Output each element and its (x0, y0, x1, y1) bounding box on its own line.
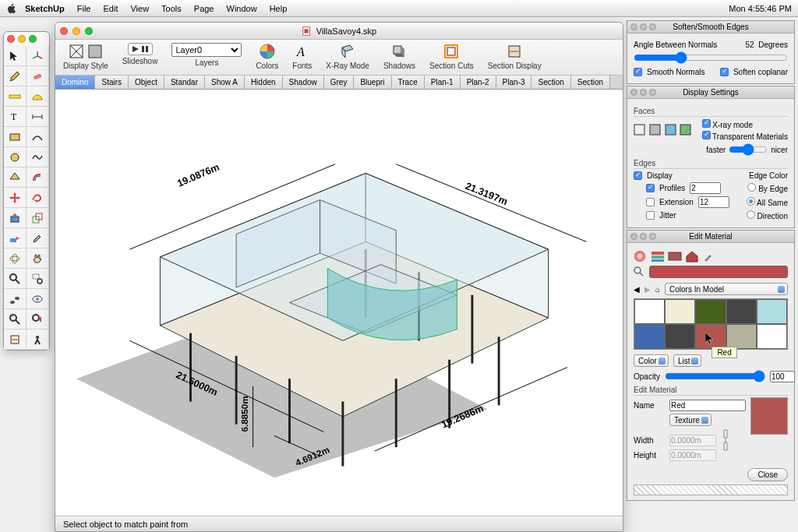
menu-file[interactable]: File (77, 4, 91, 13)
viewport[interactable]: 19.0876m 21.3197m 21.5000m 19.2686m 4.69… (55, 90, 623, 516)
tab-grey[interactable]: Grey (324, 76, 355, 89)
minimize-icon[interactable] (18, 35, 26, 43)
circle-tool[interactable] (4, 147, 26, 167)
swatch[interactable] (634, 299, 665, 324)
tab-standard[interactable]: Standar (164, 76, 205, 89)
menu-window[interactable]: Window (227, 4, 257, 13)
text-tool[interactable]: T (4, 107, 26, 127)
byedge-radio[interactable] (747, 183, 756, 192)
tab-plan1[interactable]: Plan-1 (425, 76, 461, 89)
fonts-icon[interactable]: A (294, 43, 311, 60)
extension-checkbox[interactable] (646, 198, 655, 206)
tab-plan3[interactable]: Plan-3 (496, 76, 532, 89)
allsame-radio[interactable] (747, 197, 755, 206)
link-icon[interactable] (721, 428, 732, 452)
swatch[interactable] (726, 299, 757, 324)
slideshow-group[interactable]: Slideshow (122, 43, 158, 65)
tape-tool[interactable] (4, 86, 26, 107)
menu-edit[interactable]: Edit (103, 4, 118, 13)
layers-group[interactable]: Layer0 Layers (171, 43, 242, 67)
list-mode-select[interactable]: List (673, 354, 702, 367)
material-tabs[interactable] (634, 250, 788, 262)
current-color-bar[interactable] (649, 266, 788, 278)
tab-domino[interactable]: Domino (55, 76, 95, 89)
profiles-checkbox[interactable] (646, 184, 655, 192)
section-cut-icon[interactable] (443, 43, 460, 60)
opacity-slider[interactable] (665, 370, 765, 382)
dropper-icon[interactable] (702, 250, 716, 262)
swatch[interactable] (665, 299, 695, 324)
color-mode-select[interactable]: Color (634, 354, 669, 367)
tab-plan2[interactable]: Plan-2 (461, 76, 496, 89)
axes-tool[interactable] (26, 46, 49, 66)
followme-tool[interactable] (4, 228, 26, 248)
color-wheel-icon[interactable] (634, 250, 648, 262)
extension-input[interactable] (698, 196, 729, 208)
zoom-tool[interactable] (4, 269, 26, 289)
pan-tool[interactable] (26, 248, 49, 269)
swatch[interactable] (634, 324, 665, 349)
arc-tool[interactable] (26, 127, 49, 147)
rotate-tool[interactable] (26, 188, 49, 208)
doc-close-icon[interactable] (60, 27, 68, 35)
tab-show-all[interactable]: Show A (205, 76, 245, 89)
jitter-checkbox[interactable] (646, 211, 655, 220)
brick-icon[interactable] (668, 250, 682, 262)
wireframe-icon[interactable] (68, 43, 85, 60)
swatch[interactable] (757, 324, 787, 349)
swatch-tray[interactable] (634, 484, 788, 495)
select-tool[interactable] (4, 46, 26, 66)
layer-select[interactable]: Layer0 (171, 43, 242, 57)
doc-zoom-icon[interactable] (85, 27, 93, 35)
menu-tools[interactable]: Tools (161, 4, 182, 13)
position-camera-tool[interactable] (26, 329, 49, 350)
menu-help[interactable]: Help (270, 4, 288, 13)
soften-coplanar-checkbox[interactable] (720, 68, 729, 76)
paint-tool[interactable] (26, 228, 49, 248)
display-style-group[interactable]: Display Style (63, 43, 108, 70)
swatch[interactable] (665, 324, 695, 349)
tab-section2[interactable]: Section (571, 76, 610, 89)
xray-mode-checkbox[interactable] (702, 119, 711, 128)
tab-trace[interactable]: Trace (392, 76, 425, 89)
angle-slider[interactable] (634, 51, 788, 64)
section-display-icon[interactable] (506, 43, 523, 60)
tab-shadow[interactable]: Shadow (283, 76, 324, 89)
dimension-tool[interactable] (26, 107, 49, 127)
zoom-icon[interactable] (29, 35, 37, 43)
polygon-tool[interactable] (4, 167, 26, 188)
walk-tool[interactable] (4, 289, 26, 309)
material-name-input[interactable] (669, 400, 746, 411)
face-style-icons[interactable] (634, 124, 693, 137)
menu-page[interactable]: Page (194, 4, 214, 13)
move-tool[interactable] (4, 188, 26, 208)
freehand-tool[interactable] (26, 147, 49, 167)
quality-slider[interactable] (729, 143, 768, 156)
nav-back-icon[interactable]: ◀ (634, 285, 640, 294)
tab-section1[interactable]: Section (531, 76, 570, 89)
menu-view[interactable]: View (130, 4, 149, 13)
zoom-extents-tool[interactable] (4, 309, 26, 329)
colors-icon[interactable] (259, 43, 276, 60)
orbit-tool[interactable] (4, 248, 26, 269)
direction-radio[interactable] (747, 210, 755, 219)
zoom-window-tool[interactable] (26, 269, 49, 289)
display-edges-checkbox[interactable] (634, 171, 642, 180)
shadows-icon[interactable] (390, 43, 408, 60)
shadows-group[interactable]: Shadows (383, 43, 415, 70)
swatch[interactable] (757, 299, 787, 324)
library-select[interactable]: Colors In Model (665, 283, 788, 295)
previous-view-tool[interactable] (26, 309, 49, 329)
pause-icon[interactable] (141, 45, 149, 53)
section-cuts-group[interactable]: Section Cuts (429, 43, 474, 70)
swatch-red[interactable]: Red (695, 324, 726, 349)
pencil-tool[interactable] (4, 66, 26, 86)
close-icon[interactable] (7, 35, 15, 43)
section-plane-tool[interactable] (4, 329, 26, 350)
look-tool[interactable] (26, 289, 49, 309)
tab-hidden[interactable]: Hidden (245, 76, 283, 89)
home-icon[interactable]: ⌂ (655, 285, 660, 294)
color-list-icon[interactable] (651, 250, 665, 262)
nav-fwd-icon[interactable]: ▶ (644, 285, 651, 294)
close-button[interactable]: Close (747, 468, 788, 481)
